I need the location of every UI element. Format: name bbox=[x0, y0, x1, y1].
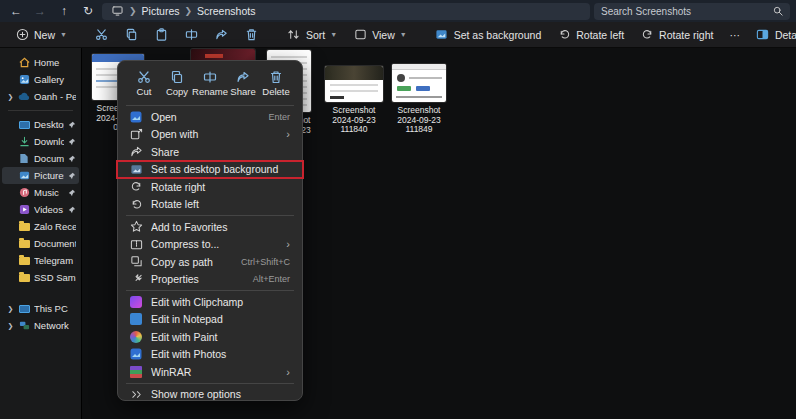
menu-item-edit-in-notepad[interactable]: Edit in Notepad bbox=[122, 311, 298, 329]
rename-menu-button[interactable]: Rename bbox=[194, 67, 226, 99]
chevron-right-icon: ❯ bbox=[7, 93, 14, 101]
home-icon bbox=[18, 57, 30, 69]
menu-item-show-more-options[interactable]: Show more options bbox=[122, 386, 298, 404]
star-icon bbox=[129, 220, 143, 234]
menu-item-winrar[interactable]: WinRAR › bbox=[122, 363, 298, 381]
copy-button[interactable] bbox=[118, 25, 146, 45]
share-button[interactable] bbox=[208, 25, 236, 45]
rename-button[interactable] bbox=[178, 25, 206, 45]
set-as-background-button[interactable]: Set as background bbox=[428, 25, 549, 45]
sidebar-item-label: Documents bbox=[34, 153, 64, 164]
paste-button[interactable] bbox=[148, 25, 176, 45]
delete-menu-button[interactable]: Delete bbox=[260, 67, 292, 99]
sidebar-divider bbox=[8, 110, 73, 111]
sidebar-item-pictures[interactable]: Pictures bbox=[2, 167, 79, 184]
sidebar-item-documents[interactable]: Documents bbox=[2, 150, 79, 167]
rotate-right-button[interactable]: Rotate right bbox=[633, 25, 720, 45]
menu-divider bbox=[126, 215, 294, 216]
menu-item-share[interactable]: Share bbox=[122, 143, 298, 161]
chevron-down-icon: ▼ bbox=[60, 31, 67, 38]
view-button[interactable]: View ▼ bbox=[346, 25, 414, 45]
submenu-arrow: › bbox=[286, 128, 290, 140]
menu-divider bbox=[126, 383, 294, 384]
rotate-left-icon bbox=[557, 28, 571, 42]
sidebar-item-ssd-samsung[interactable]: SSD SamSung bbox=[2, 269, 79, 286]
details-pane-button[interactable]: Details bbox=[749, 25, 796, 45]
pictures-icon bbox=[18, 170, 30, 182]
submenu-arrow: › bbox=[286, 238, 290, 250]
refresh-button[interactable]: ↻ bbox=[78, 2, 98, 20]
menu-item-add-to-favorites[interactable]: Add to Favorites bbox=[122, 218, 298, 236]
file-list-area[interactable]: Screenshot2024-09-2309 Screenshot2024-09… bbox=[82, 48, 796, 419]
breadcrumb-item-screenshots[interactable]: Screenshots bbox=[197, 5, 255, 17]
rename-icon bbox=[185, 28, 199, 42]
sidebar-item-onedrive[interactable]: ❯ Oanh - Personal bbox=[2, 88, 79, 105]
back-button[interactable]: ← bbox=[6, 2, 26, 20]
forward-button[interactable]: → bbox=[30, 2, 50, 20]
copy-icon bbox=[170, 69, 185, 84]
folder-icon bbox=[18, 255, 30, 267]
folder-icon bbox=[18, 221, 30, 233]
sidebar-item-documents-folder[interactable]: Documents bbox=[2, 235, 79, 252]
sidebar-item-zalo-received-files[interactable]: Zalo Received Files bbox=[2, 218, 79, 235]
menu-item-edit-with-paint[interactable]: Edit with Paint bbox=[122, 328, 298, 346]
sidebar-item-this-pc[interactable]: ❯ This PC bbox=[2, 300, 79, 317]
new-label: New bbox=[34, 29, 55, 41]
command-toolbar: New ▼ Sort ▼ View ▼ Set as background Ro… bbox=[0, 22, 796, 48]
menu-item-open-with[interactable]: Open with › bbox=[122, 126, 298, 144]
chevron-down-icon: ▼ bbox=[330, 31, 337, 38]
sort-button[interactable]: Sort ▼ bbox=[280, 25, 344, 45]
sidebar-item-downloads[interactable]: Downloads bbox=[2, 133, 79, 150]
sidebar-item-home[interactable]: Home bbox=[2, 54, 79, 71]
search-box[interactable] bbox=[594, 3, 790, 20]
sidebar-item-gallery[interactable]: Gallery bbox=[2, 71, 79, 88]
rotate-right-icon bbox=[129, 180, 143, 194]
navigation-pane: Home Gallery ❯ Oanh - Personal Desktop D… bbox=[0, 48, 81, 419]
breadcrumb-item-pictures[interactable]: Pictures bbox=[142, 5, 180, 17]
show-more-icon bbox=[129, 387, 143, 401]
sidebar-item-label: Network bbox=[34, 320, 76, 331]
chevron-right-icon: ❯ bbox=[184, 6, 192, 16]
cut-icon bbox=[95, 28, 109, 42]
photos-app-icon bbox=[129, 110, 143, 124]
breadcrumb[interactable]: ❯ Pictures ❯ Screenshots bbox=[102, 3, 590, 20]
sidebar-item-label: Telegram Desktop bbox=[34, 255, 76, 266]
menu-item-compress-to[interactable]: Compress to... › bbox=[122, 236, 298, 254]
rotate-left-label: Rotate left bbox=[576, 29, 624, 41]
menu-item-copy-as-path[interactable]: Copy as path Ctrl+Shift+C bbox=[122, 253, 298, 271]
shortcut-label: Alt+Enter bbox=[253, 274, 290, 284]
sidebar-item-network[interactable]: ❯ Network bbox=[2, 317, 79, 334]
quick-action-label: Share bbox=[230, 86, 255, 97]
copy-menu-button[interactable]: Copy bbox=[161, 67, 193, 99]
menu-item-rotate-left[interactable]: Rotate left bbox=[122, 196, 298, 214]
sidebar-item-videos[interactable]: Videos bbox=[2, 201, 79, 218]
quick-action-label: Rename bbox=[192, 86, 228, 97]
sidebar-item-label: Music bbox=[34, 187, 64, 198]
menu-item-edit-with-photos[interactable]: Edit with Photos bbox=[122, 346, 298, 364]
new-button[interactable]: New ▼ bbox=[8, 25, 74, 45]
cut-button[interactable] bbox=[88, 25, 116, 45]
menu-item-rotate-right[interactable]: Rotate right bbox=[122, 178, 298, 196]
cut-menu-button[interactable]: Cut bbox=[128, 67, 160, 99]
sidebar-item-telegram-desktop[interactable]: Telegram Desktop bbox=[2, 252, 79, 269]
music-icon bbox=[18, 187, 30, 199]
search-input[interactable] bbox=[601, 6, 773, 17]
file-item[interactable]: Screenshot2024-09-23111849 bbox=[388, 64, 450, 135]
up-button[interactable]: ↑ bbox=[54, 2, 74, 20]
menu-item-open[interactable]: Open Enter bbox=[122, 108, 298, 126]
sidebar-item-music[interactable]: Music bbox=[2, 184, 79, 201]
rotate-left-button[interactable]: Rotate left bbox=[550, 25, 631, 45]
menu-item-properties[interactable]: Properties Alt+Enter bbox=[122, 271, 298, 289]
copy-as-path-icon bbox=[129, 255, 143, 269]
menu-item-edit-with-clipchamp[interactable]: Edit with Clipchamp bbox=[122, 293, 298, 311]
delete-button[interactable] bbox=[238, 25, 266, 45]
share-menu-button[interactable]: Share bbox=[227, 67, 259, 99]
chevron-right-icon: ❯ bbox=[7, 305, 14, 313]
sidebar-item-label: SSD SamSung bbox=[34, 272, 76, 283]
notepad-icon bbox=[129, 312, 143, 326]
more-options-button[interactable]: ··· bbox=[722, 26, 747, 44]
menu-item-set-as-desktop-background[interactable]: Set as desktop background bbox=[122, 161, 298, 179]
paint-icon bbox=[129, 330, 143, 344]
file-item[interactable]: Screenshot2024-09-23111840 bbox=[323, 66, 385, 135]
sidebar-item-desktop[interactable]: Desktop bbox=[2, 116, 79, 133]
